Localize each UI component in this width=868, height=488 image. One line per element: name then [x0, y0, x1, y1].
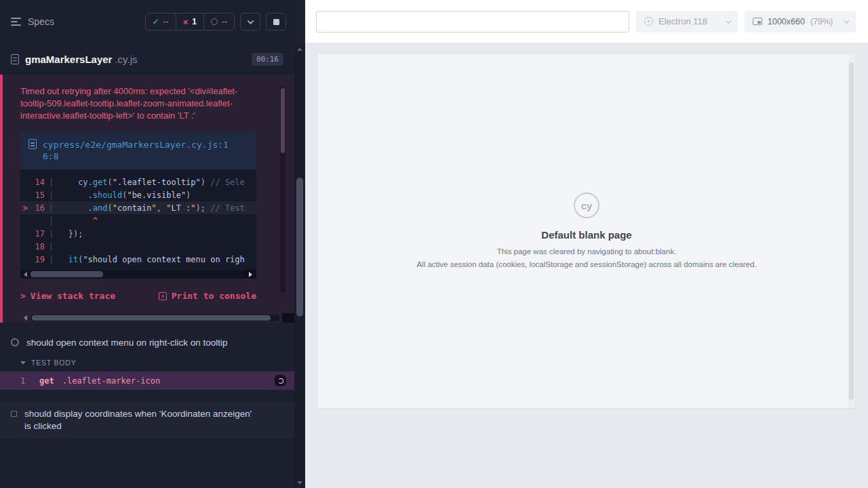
aut-area: cy Default blank page This page was clea… [305, 43, 868, 488]
code-line: 14| cy.get(".leaflet-tooltip") // Sele [20, 176, 256, 188]
stat-pending: -- [203, 14, 234, 30]
viewport-scale: (79%) [810, 17, 833, 26]
command-progress-badge [275, 375, 286, 386]
code-frame-file-link[interactable]: cypress/e2e/gmaMarkersLayer.cy.js:16:8 [20, 131, 256, 169]
scroll-left-icon [24, 315, 27, 321]
code-line: 18| [20, 240, 256, 253]
view-stack-trace-link[interactable]: > View stack trace [20, 291, 115, 301]
chevron-down-icon [247, 18, 254, 24]
command-number: 1 [20, 376, 31, 386]
failed-attempt-block: Timed out retrying after 4000ms: expecte… [0, 75, 294, 323]
viewport-select[interactable]: 1000x660 (79%) [745, 11, 856, 33]
browser-label: Electron 118 [658, 16, 707, 26]
error-hscroll-thumb[interactable] [32, 315, 271, 321]
specs-toggle[interactable]: Specs [11, 16, 54, 27]
code-scroll-thumb[interactable] [31, 271, 103, 277]
spec-file-icon [11, 54, 19, 64]
test-row-queued[interactable]: should display coordinates when 'Koordin… [0, 402, 294, 439]
browser-select[interactable]: Electron 118 [636, 11, 738, 33]
spec-duration-badge: 00:16 [252, 53, 283, 66]
stop-run-button[interactable] [266, 13, 286, 30]
test-list: should open context menu on right-click … [0, 323, 294, 439]
code-line: 19| it("should open context menu on righ [20, 253, 256, 266]
chevron-down-icon [726, 18, 731, 23]
test-stats: ✓ -- × 1 -- [145, 13, 235, 30]
cypress-app: Specs ✓ -- × 1 -- [0, 0, 868, 488]
test-title: should display coordinates when 'Koordin… [24, 408, 258, 432]
chevron-right-icon: > [20, 291, 26, 301]
print-to-console-button[interactable]: Print to console [159, 291, 256, 301]
pending-icon [211, 18, 218, 25]
spec-extension: .cy.js [115, 54, 137, 65]
code-line: >16| .and("contain", "LT :"); // Test [20, 201, 256, 214]
runner-topbar: Electron 118 1000x660 (79%) [305, 0, 868, 43]
code-horizontal-scrollbar[interactable] [20, 270, 256, 279]
test-body-label: TEST BODY [31, 359, 77, 367]
viewport-icon [753, 18, 762, 25]
error-scroll-thumb[interactable] [281, 88, 285, 153]
fail-icon: × [183, 17, 189, 27]
aut-scroll-thumb[interactable] [849, 62, 854, 400]
error-vertical-scrollbar[interactable] [280, 87, 285, 293]
reporter-scroll-thumb[interactable] [296, 178, 303, 317]
code-line: 15| .should("be.visible") [20, 188, 256, 201]
test-body-toggle[interactable]: TEST BODY [0, 355, 294, 371]
check-icon: ✓ [153, 17, 159, 26]
aut-frame: cy Default blank page This page was clea… [318, 54, 855, 408]
error-horizontal-scrollbar[interactable] [20, 313, 294, 323]
collapse-reporter-button[interactable] [240, 13, 260, 30]
spec-row[interactable]: gmaMarkersLayer .cy.js 00:16 [0, 43, 294, 75]
reporter-header: Specs ✓ -- × 1 -- [0, 0, 294, 43]
command-method: get [39, 376, 54, 386]
blank-page-description-1: This page was cleared by navigating to a… [497, 246, 677, 257]
specs-label: Specs [28, 16, 54, 27]
blank-page-title: Default blank page [541, 229, 631, 241]
scroll-right-icon [249, 272, 252, 277]
scroll-left-icon [24, 272, 27, 277]
specs-menu-icon [11, 18, 21, 26]
chevron-down-icon [844, 18, 849, 23]
file-path: cypress/e2e/gmaMarkersLayer.cy.js:16:8 [43, 139, 231, 162]
code-line: 17| }); [20, 227, 256, 240]
code-lines: 14| cy.get(".leaflet-tooltip") // Sele15… [20, 169, 256, 270]
spinner-icon [278, 378, 283, 384]
url-input[interactable] [316, 11, 629, 33]
code-frame: cypress/e2e/gmaMarkersLayer.cy.js:16:8 1… [20, 131, 256, 279]
viewport-dimensions: 1000x660 [768, 17, 805, 26]
cypress-logo: cy [574, 192, 599, 218]
electron-icon [644, 17, 653, 26]
reporter-panel: Specs ✓ -- × 1 -- [0, 0, 294, 488]
queued-test-icon [11, 411, 17, 417]
scroll-down-icon [297, 481, 302, 485]
console-icon [159, 292, 167, 300]
chevron-down-icon [20, 361, 26, 365]
scroll-up-icon [297, 47, 302, 51]
code-line: | ^ [20, 214, 256, 227]
command-log-row[interactable]: 1 get .leaflet-marker-icon [0, 371, 294, 390]
runner-main: Electron 118 1000x660 (79%) cy Default b… [305, 0, 868, 488]
stop-icon [273, 19, 279, 25]
attempt-content: Timed out retrying after 4000ms: expecte… [3, 75, 294, 312]
command-message: .leaflet-marker-icon [62, 376, 161, 386]
reporter-scrollbar[interactable] [294, 0, 305, 488]
file-icon [28, 139, 37, 149]
error-message: Timed out retrying after 4000ms: expecte… [20, 85, 248, 122]
stat-passed: ✓ -- [146, 14, 176, 30]
aut-scrollbar[interactable] [848, 54, 855, 408]
stat-failed: × 1 [176, 14, 203, 30]
test-row-running[interactable]: should open context menu on right-click … [0, 331, 294, 355]
scrollbar-corner [282, 313, 294, 323]
error-actions: > View stack trace Print to console [20, 291, 256, 301]
running-spinner-icon [11, 338, 19, 346]
test-title: should open context menu on right-click … [26, 337, 227, 349]
blank-page-description-2: All active session data (cookies, localS… [416, 259, 756, 270]
spec-name: gmaMarkersLayer [25, 54, 112, 65]
